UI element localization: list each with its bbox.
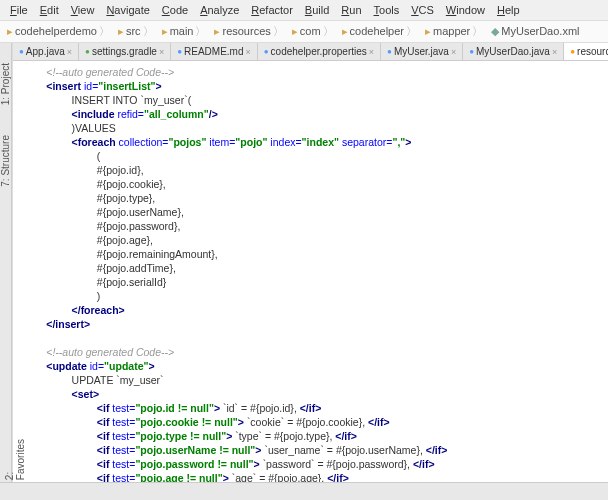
file-type-icon: ●: [85, 47, 90, 56]
folder-icon: ▸: [162, 25, 168, 37]
menu-refactor[interactable]: Refactor: [245, 2, 299, 18]
tab-label: MyUser.java: [394, 46, 449, 57]
editor-tab[interactable]: ●App.java×: [13, 43, 79, 60]
breadcrumb-item[interactable]: ▸codehelper: [339, 23, 420, 40]
file-type-icon: ●: [19, 47, 24, 56]
folder-icon: ▸: [292, 25, 298, 37]
breadcrumb-item[interactable]: ▸mapper: [422, 23, 486, 40]
menu-file[interactable]: File: [4, 2, 34, 18]
breadcrumb-item[interactable]: ▸resources: [211, 23, 286, 40]
breadcrumb-item[interactable]: ◆MyUserDao.xml: [488, 24, 582, 39]
folder-icon: ▸: [342, 25, 348, 37]
close-icon[interactable]: ×: [159, 47, 164, 57]
menu-analyze[interactable]: Analyze: [194, 2, 245, 18]
editor-tabs: ●App.java×●settings.gradle×●README.md×●c…: [13, 43, 608, 61]
favorites-tool-button[interactable]: 2: Favorites: [4, 439, 26, 480]
file-type-icon: ●: [387, 47, 392, 56]
close-icon[interactable]: ×: [451, 47, 456, 57]
tab-label: codehelper.properties: [271, 46, 367, 57]
file-type-icon: ●: [264, 47, 269, 56]
close-icon[interactable]: ×: [67, 47, 72, 57]
breadcrumb-item[interactable]: ▸main: [159, 23, 210, 40]
menu-build[interactable]: Build: [299, 2, 335, 18]
left-tool-rail: 1: Project 7: Structure: [0, 43, 12, 483]
folder-icon: ▸: [7, 25, 13, 37]
main-menubar: FileEditViewNavigateCodeAnalyzeRefactorB…: [0, 0, 608, 21]
file-type-icon: ●: [469, 47, 474, 56]
folder-icon: ▸: [425, 25, 431, 37]
tab-label: README.md: [184, 46, 243, 57]
tab-label: MyUserDao.java: [476, 46, 550, 57]
menu-code[interactable]: Code: [156, 2, 194, 18]
project-tool-button[interactable]: 1: Project: [0, 63, 11, 105]
close-icon[interactable]: ×: [245, 47, 250, 57]
editor-tab[interactable]: ●README.md×: [171, 43, 258, 60]
menu-view[interactable]: View: [65, 2, 101, 18]
close-icon[interactable]: ×: [369, 47, 374, 57]
structure-tool-button[interactable]: 7: Structure: [0, 135, 11, 187]
menu-edit[interactable]: Edit: [34, 2, 65, 18]
editor-tab[interactable]: ●MyUserDao.java×: [463, 43, 564, 60]
breadcrumb-bar: ▸codehelperdemo▸src▸main▸resources▸com▸c…: [0, 21, 608, 43]
editor-tab[interactable]: ●codehelper.properties×: [258, 43, 381, 60]
breadcrumb-item[interactable]: ▸codehelperdemo: [4, 23, 113, 40]
file-icon: ◆: [491, 25, 499, 37]
tab-label: App.java: [26, 46, 65, 57]
code-editor[interactable]: <!--auto generated Code--> <insert id="i…: [13, 61, 608, 483]
editor-tab[interactable]: ●MyUser.java×: [381, 43, 463, 60]
file-type-icon: ●: [177, 47, 182, 56]
bottom-tool-rail: 2: Favorites: [0, 482, 608, 500]
menu-run[interactable]: Run: [335, 2, 367, 18]
menu-window[interactable]: Window: [440, 2, 491, 18]
menu-navigate[interactable]: Navigate: [100, 2, 155, 18]
tab-label: settings.gradle: [92, 46, 157, 57]
file-type-icon: ●: [570, 47, 575, 56]
folder-icon: ▸: [214, 25, 220, 37]
menu-tools[interactable]: Tools: [368, 2, 406, 18]
menu-help[interactable]: Help: [491, 2, 526, 18]
editor-tab[interactable]: ●settings.gradle×: [79, 43, 171, 60]
editor-tab[interactable]: ●resources\...\MyUserDao.xml×: [564, 43, 608, 60]
breadcrumb-item[interactable]: ▸src: [115, 23, 157, 40]
breadcrumb-item[interactable]: ▸com: [289, 23, 337, 40]
tab-label: resources\...\MyUserDao.xml: [577, 46, 608, 57]
close-icon[interactable]: ×: [552, 47, 557, 57]
folder-icon: ▸: [118, 25, 124, 37]
menu-vcs[interactable]: VCS: [405, 2, 440, 18]
